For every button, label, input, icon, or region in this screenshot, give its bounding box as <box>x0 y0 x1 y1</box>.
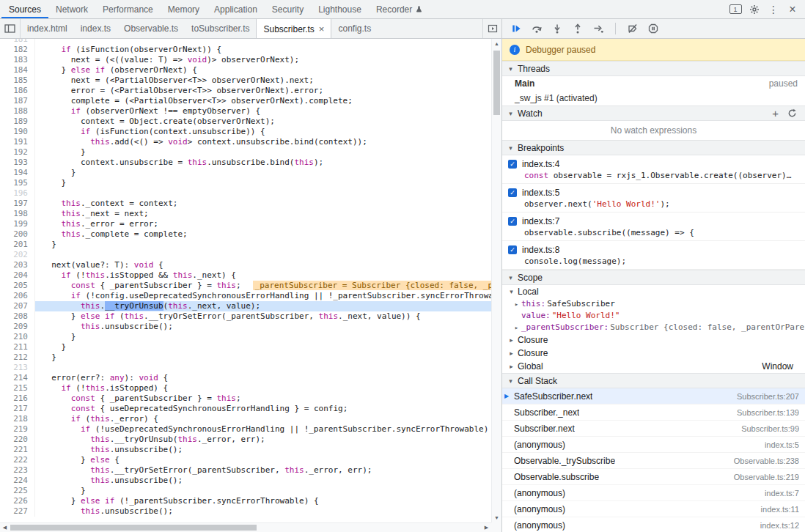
line-number[interactable]: 207 <box>0 301 35 311</box>
code-line[interactable]: 207 this.__tryOrUnsub(this._next, value)… <box>0 301 491 311</box>
file-tab-config.ts[interactable]: config.ts <box>331 19 378 38</box>
code-line[interactable]: 185 next = (<PartialObserver<T>> observe… <box>0 75 491 86</box>
code-line[interactable]: 200 this._complete = complete; <box>0 229 491 240</box>
vertical-scrollbar[interactable]: ▲ ▼ <box>491 39 501 522</box>
breakpoint-entry[interactable]: ✓index.ts:4const observable = rxjs_1.Obs… <box>502 155 805 184</box>
line-number[interactable]: 225 <box>0 486 35 496</box>
code-line[interactable]: 222 } else { <box>0 455 491 465</box>
line-number[interactable]: 227 <box>0 506 35 517</box>
main-tab-lighthouse[interactable]: Lighthouse <box>311 0 369 18</box>
code-line[interactable]: 223 this.__tryOrSetError(_parentSubscrib… <box>0 465 491 476</box>
line-number[interactable]: 198 <box>0 209 35 219</box>
line-number[interactable]: 202 <box>0 250 35 260</box>
call-stack-frame[interactable]: Subscriber._nextSubscriber.ts:139 <box>502 404 805 421</box>
scope-section-global[interactable]: ▸GlobalWindow <box>502 360 805 373</box>
line-number[interactable]: 219 <box>0 424 35 435</box>
scope-section-closure[interactable]: ▸Closure <box>502 333 805 347</box>
line-number[interactable]: 210 <box>0 332 35 342</box>
call-stack-section-header[interactable]: ▾ Call Stack <box>502 373 805 388</box>
code-line[interactable]: 212 } <box>0 352 491 363</box>
line-number[interactable]: 189 <box>0 117 35 127</box>
code-line[interactable]: 219 if (!useDeprecatedSynchronousErrorHa… <box>0 424 491 435</box>
line-number[interactable]: 209 <box>0 322 35 332</box>
call-stack-frame[interactable]: (anonymous)index.ts:7 <box>502 485 805 501</box>
breakpoint-entry[interactable]: ✓index.ts:8console.log(message); <box>502 241 805 270</box>
code-line[interactable]: 194 } <box>0 168 491 178</box>
code-line[interactable]: 216 const { _parentSubscriber } = this; <box>0 394 491 404</box>
line-number[interactable]: 223 <box>0 465 35 476</box>
scope-section-local[interactable]: ▾Local <box>502 285 805 298</box>
line-number[interactable]: 214 <box>0 373 35 383</box>
code-line[interactable]: 211 } <box>0 342 491 352</box>
main-tab-network[interactable]: Network <box>48 0 95 18</box>
line-number[interactable]: 192 <box>0 147 35 158</box>
line-number[interactable]: 215 <box>0 383 35 394</box>
line-number[interactable]: 205 <box>0 281 35 291</box>
code-line[interactable]: 210 } <box>0 332 491 342</box>
line-number[interactable]: 182 <box>0 45 35 55</box>
file-tab-index.ts[interactable]: index.ts <box>74 19 117 38</box>
breakpoint-checkbox[interactable]: ✓ <box>508 160 517 169</box>
breakpoints-section-header[interactable]: ▾ Breakpoints <box>502 140 805 155</box>
line-number[interactable]: 199 <box>0 219 35 229</box>
code-line[interactable]: 199 this._error = error; <box>0 219 491 229</box>
code-line[interactable]: 187 complete = (<PartialObserver<T>> obs… <box>0 96 491 106</box>
code-line[interactable]: 227 this.unsubscribe(); <box>0 506 491 517</box>
line-number[interactable]: 184 <box>0 65 35 75</box>
breakpoint-checkbox[interactable]: ✓ <box>508 188 517 197</box>
call-stack-frame[interactable]: Subscriber.nextSubscriber.ts:99 <box>502 421 805 437</box>
scope-variable[interactable]: ▸_parentSubscriber: Subscriber {closed: … <box>502 322 805 333</box>
line-number[interactable]: 226 <box>0 496 35 506</box>
scope-variable[interactable]: ▸this: SafeSubscriber <box>502 298 805 310</box>
threads-section-header[interactable]: ▾ Threads <box>502 61 805 76</box>
line-number[interactable]: 194 <box>0 168 35 178</box>
code-line[interactable]: 201 } <box>0 240 491 250</box>
breakpoint-checkbox[interactable]: ✓ <box>508 217 517 226</box>
line-number[interactable]: 186 <box>0 86 35 96</box>
line-number[interactable]: 200 <box>0 229 35 240</box>
code-line[interactable]: 225 } <box>0 486 491 496</box>
settings-gear-icon[interactable] <box>745 0 764 18</box>
code-line[interactable]: 188 if (observerOrNext !== emptyObserver… <box>0 106 491 117</box>
line-number[interactable]: 187 <box>0 96 35 106</box>
breakpoint-entry[interactable]: ✓index.ts:5observer.next('Hello World!')… <box>502 184 805 213</box>
deactivate-breakpoints-button[interactable] <box>625 21 641 37</box>
step-out-button[interactable] <box>570 21 586 37</box>
line-number[interactable]: 212 <box>0 352 35 363</box>
line-number[interactable]: 216 <box>0 394 35 404</box>
breakpoint-entry[interactable]: ✓index.ts:7observable.subscribe((message… <box>502 213 805 241</box>
resume-button[interactable] <box>508 21 524 37</box>
code-line[interactable]: 215 if (!this.isStopped) { <box>0 383 491 394</box>
call-stack-frame[interactable]: Observable.subscribeObservable.ts:219 <box>502 469 805 485</box>
line-number[interactable]: 185 <box>0 75 35 86</box>
panel-expand-icon[interactable] <box>482 19 501 38</box>
code-line[interactable]: 181 <box>0 39 491 45</box>
call-stack-frame[interactable]: (anonymous)index.ts:5 <box>502 437 805 453</box>
main-tab-recorder[interactable]: Recorder <box>369 0 430 18</box>
code-line[interactable]: 218 if (this._error) { <box>0 414 491 424</box>
code-line[interactable]: 220 this.__tryOrUnsub(this._error, err); <box>0 435 491 445</box>
code-line[interactable]: 221 this.unsubscribe(); <box>0 445 491 455</box>
main-tab-security[interactable]: Security <box>265 0 311 18</box>
breakpoint-checkbox[interactable]: ✓ <box>508 245 517 254</box>
main-tab-sources[interactable]: Sources <box>1 0 48 18</box>
code-viewport[interactable]: 181182 if (isFunction(observerOrNext)) {… <box>0 39 491 522</box>
line-number[interactable]: 201 <box>0 240 35 250</box>
close-tab-icon[interactable]: × <box>319 24 325 34</box>
line-number[interactable]: 188 <box>0 106 35 117</box>
code-line[interactable]: 226 } else if (!_parentSubscriber.syncEr… <box>0 496 491 506</box>
call-stack-frame[interactable]: ▶SafeSubscriber.nextSubscriber.ts:207 <box>502 388 805 404</box>
code-line[interactable]: 193 context.unsubscribe = this.unsubscri… <box>0 158 491 168</box>
line-number[interactable]: 211 <box>0 342 35 352</box>
line-number[interactable]: 224 <box>0 476 35 486</box>
code-line[interactable]: 183 next = (<((value: T) => void)> obser… <box>0 55 491 65</box>
horizontal-scrollbar[interactable]: ◀ ▶ <box>0 522 491 532</box>
line-number[interactable]: 195 <box>0 178 35 188</box>
code-line[interactable]: 203 next(value?: T): void { <box>0 260 491 270</box>
line-number[interactable]: 222 <box>0 455 35 465</box>
line-number[interactable]: 221 <box>0 445 35 455</box>
line-number[interactable]: 220 <box>0 435 35 445</box>
line-number[interactable]: 203 <box>0 260 35 270</box>
main-tab-memory[interactable]: Memory <box>161 0 207 18</box>
thread-item[interactable]: Mainpaused <box>502 76 805 91</box>
